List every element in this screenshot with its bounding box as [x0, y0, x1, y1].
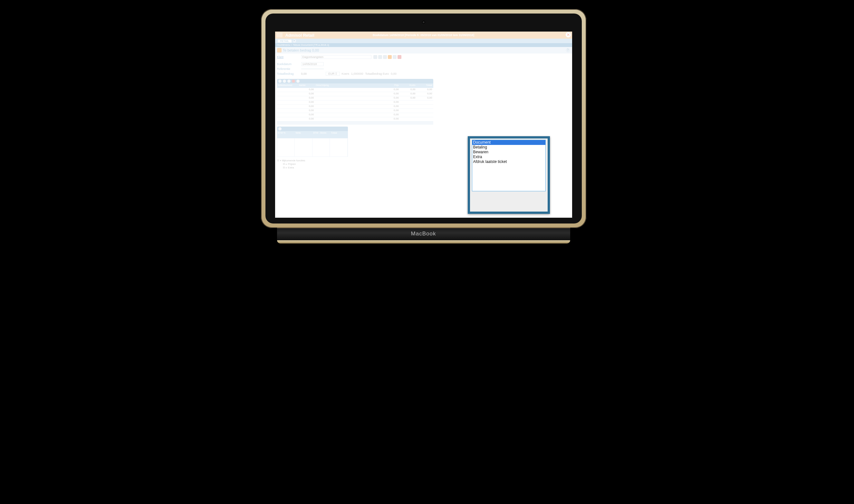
camera-icon — [422, 21, 425, 24]
popup-listbox[interactable]: Document Betaling Bewaren Extra Afdruk l… — [472, 140, 546, 191]
app-screen: Admisol Retail Boekdatum 14/05/2018 [Per… — [275, 32, 572, 218]
laptop-frame: Admisol Retail Boekdatum 14/05/2018 [Per… — [261, 9, 586, 228]
popup-item-bewaren[interactable]: Bewaren — [472, 150, 546, 155]
laptop-label: MacBook — [277, 231, 570, 237]
popup-item-betaling[interactable]: Betaling — [472, 145, 546, 150]
popup-item-afdruk[interactable]: Afdruk laatste ticket — [472, 159, 546, 164]
laptop-bezel: Admisol Retail Boekdatum 14/05/2018 [Per… — [265, 14, 582, 223]
popup-item-document[interactable]: Document — [472, 140, 546, 145]
laptop-hinge: MacBook — [277, 228, 570, 240]
laptop-base — [277, 240, 570, 244]
popup-item-extra[interactable]: Extra — [472, 155, 546, 159]
popup-dialog: Document Betaling Bewaren Extra Afdruk l… — [468, 136, 550, 214]
